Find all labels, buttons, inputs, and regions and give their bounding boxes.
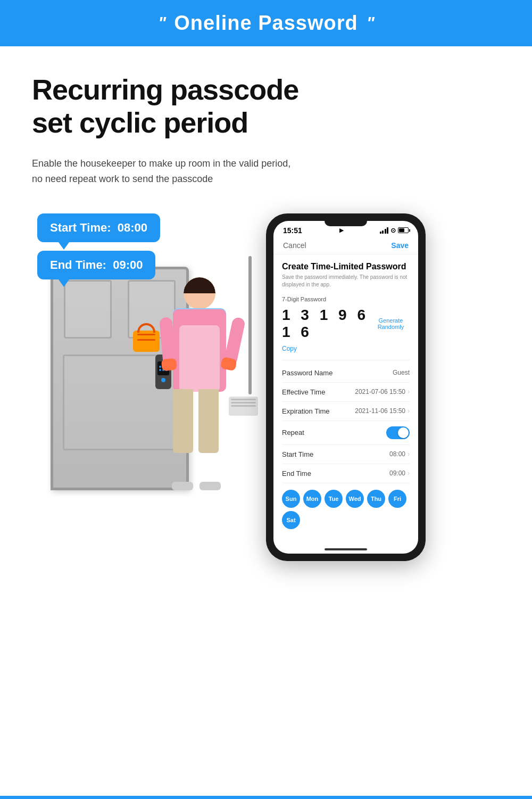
phone-screen: 15:51▶ ⊙ xyxy=(273,221,418,554)
copy-link[interactable]: Copy xyxy=(282,345,410,352)
door-image-area xyxy=(37,256,245,490)
repeat-label: Repeat xyxy=(282,429,304,436)
quote-right-icon: " xyxy=(367,13,374,33)
expiration-time-label: Expiration Time xyxy=(282,407,330,415)
wifi-icon: ⊙ xyxy=(390,227,396,234)
end-time-value: 09:00 › xyxy=(389,469,410,477)
mop-head xyxy=(229,397,258,416)
phone-mockup: 15:51▶ ⊙ xyxy=(266,213,426,561)
generate-randomly-button[interactable]: Generate Randomly xyxy=(372,317,410,330)
mop-strand-3 xyxy=(231,405,256,407)
repeat-row[interactable]: Repeat xyxy=(282,421,410,445)
person-left-shoe xyxy=(172,482,193,490)
phone-notch xyxy=(325,221,367,226)
status-icons: ⊙ xyxy=(380,227,409,234)
toggle-thumb xyxy=(398,427,409,438)
start-time-text: Start Time: 08:00 xyxy=(50,221,147,234)
location-icon: ▶ xyxy=(339,227,344,233)
day-fri-button[interactable]: Fri xyxy=(388,490,406,508)
footer-bar xyxy=(0,796,532,799)
create-password-subtitle: Save the password immediately. The passw… xyxy=(282,274,410,289)
start-time-value: 08:00 › xyxy=(389,450,410,458)
basket xyxy=(133,331,160,352)
basket-stripe1 xyxy=(137,334,155,335)
password-name-label: Password Name xyxy=(282,369,332,377)
signal-bars xyxy=(380,227,389,234)
status-time: 15:51 xyxy=(283,226,302,235)
effective-time-value: 2021-07-06 15:50 › xyxy=(355,388,410,396)
person-shoes xyxy=(172,482,221,490)
person-right-shoe xyxy=(200,482,221,490)
expiration-time-row[interactable]: Expiration Time 2021-11-06 15:50 › xyxy=(282,402,410,421)
basket-container xyxy=(133,331,160,352)
person-left-leg xyxy=(173,389,193,453)
day-sat-button[interactable]: Sat xyxy=(282,511,300,529)
save-button[interactable]: Save xyxy=(391,241,409,250)
demo-section: Start Time: 08:00 End Time: 09:00 xyxy=(32,213,500,561)
day-mon-button[interactable]: Mon xyxy=(303,490,321,508)
person-body xyxy=(173,309,226,392)
speech-bubbles: Start Time: 08:00 End Time: 09:00 xyxy=(37,213,245,286)
password-name-row[interactable]: Password Name Guest xyxy=(282,364,410,383)
repeat-toggle[interactable] xyxy=(386,426,410,439)
phone-content: Create Time-Limited Password Save the pa… xyxy=(273,254,418,541)
quote-left-icon: " xyxy=(158,13,165,33)
description-text: Enable the housekeeper to make up room i… xyxy=(32,156,298,187)
effective-time-label: Effective Time xyxy=(282,388,325,396)
header: " Oneline Password " xyxy=(0,0,532,46)
create-password-title: Create Time-Limited Password xyxy=(282,262,410,271)
day-buttons: Sun Mon Tue Wed Thu Fri Sat xyxy=(282,483,410,533)
start-time-row[interactable]: Start Time 08:00 › xyxy=(282,445,410,464)
home-indicator xyxy=(325,548,367,550)
door-scene: Start Time: 08:00 End Time: 09:00 xyxy=(37,213,245,490)
effective-time-row[interactable]: Effective Time 2021-07-06 15:50 › xyxy=(282,383,410,402)
end-time-bubble: End Time: 09:00 xyxy=(37,251,155,279)
divider-1 xyxy=(282,360,410,360)
person-right-leg xyxy=(198,389,219,453)
expiration-time-value: 2021-11-06 15:50 › xyxy=(355,407,410,415)
person-figure xyxy=(157,277,242,490)
end-time-row[interactable]: End Time 09:00 › xyxy=(282,464,410,483)
passcode-row: 1 3 1 9 6 1 6 Generate Randomly xyxy=(282,307,410,341)
end-time-label: End Time xyxy=(282,469,311,477)
cancel-button[interactable]: Cancel xyxy=(283,241,306,250)
page-heading: Recurring passcode set cyclic period xyxy=(32,73,500,139)
start-time-bubble: Start Time: 08:00 xyxy=(37,213,160,242)
day-sun-button[interactable]: Sun xyxy=(282,490,300,508)
password-name-value: Guest xyxy=(393,369,410,376)
person-left-glove xyxy=(161,358,177,371)
end-time-text: End Time: 09:00 xyxy=(50,258,143,271)
passcode-display: 1 3 1 9 6 1 6 xyxy=(282,307,372,341)
main-content: Recurring passcode set cyclic period Ena… xyxy=(0,46,532,582)
basket-stripe2 xyxy=(137,339,155,341)
mop-strand-1 xyxy=(231,399,256,400)
phone-nav-bar: Cancel Save xyxy=(273,237,418,254)
mop-stick xyxy=(248,256,252,394)
digit-label: 7-Digit Password xyxy=(282,296,410,302)
day-wed-button[interactable]: Wed xyxy=(346,490,364,508)
header-title: Oneline Password xyxy=(174,12,358,35)
person-legs xyxy=(173,389,219,453)
day-tue-button[interactable]: Tue xyxy=(325,490,343,508)
day-thu-button[interactable]: Thu xyxy=(367,490,385,508)
start-time-label: Start Time xyxy=(282,450,313,458)
battery-icon xyxy=(398,227,409,233)
door-panel-tl xyxy=(64,280,112,339)
person-apron xyxy=(179,325,220,392)
mop-strand-2 xyxy=(231,402,256,403)
